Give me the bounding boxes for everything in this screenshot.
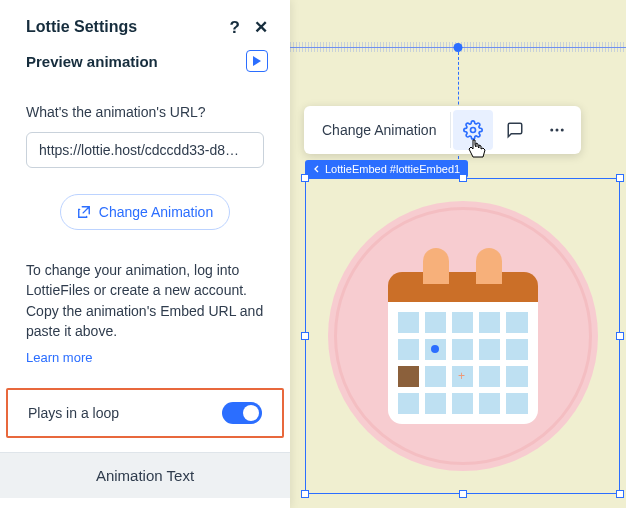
calendar-day-current [425, 339, 446, 360]
animation-text-section[interactable]: Animation Text [0, 452, 290, 498]
play-button[interactable] [246, 50, 268, 72]
element-tag-label: LottieEmbed #lottieEmbed1 [325, 163, 460, 175]
calendar-day [506, 339, 527, 360]
more-options-button[interactable] [537, 110, 577, 150]
url-section: What's the animation's URL? [0, 84, 290, 176]
calendar-day [506, 312, 527, 333]
calendar-day [425, 366, 446, 387]
resize-handle-bl[interactable] [301, 490, 309, 498]
plays-in-loop-toggle[interactable] [222, 402, 262, 424]
svg-point-0 [471, 128, 476, 133]
calendar-day [479, 312, 500, 333]
svg-point-3 [561, 129, 564, 132]
anchor-dot[interactable] [454, 43, 463, 52]
resize-handle-bm[interactable] [459, 490, 467, 498]
header-icons: ? ✕ [230, 19, 268, 36]
calendar-day [506, 393, 527, 414]
comment-icon [506, 121, 524, 139]
calendar-day-marked [398, 366, 419, 387]
change-animation-wrap: Change Animation [0, 176, 290, 238]
calendar-day [398, 312, 419, 333]
element-name-tag[interactable]: LottieEmbed #lottieEmbed1 [305, 160, 468, 178]
resize-handle-lm[interactable] [301, 332, 309, 340]
help-text-section: To change your animation, log into Lotti… [0, 238, 290, 368]
url-field-label: What's the animation's URL? [26, 104, 264, 120]
svg-point-1 [551, 129, 554, 132]
more-icon [548, 121, 566, 139]
resize-handle-br[interactable] [616, 490, 624, 498]
change-animation-button[interactable]: Change Animation [60, 194, 230, 230]
help-icon[interactable]: ? [230, 19, 240, 36]
calendar-day [425, 393, 446, 414]
plays-in-loop-row: Plays in a loop [6, 388, 284, 438]
calendar-day [479, 339, 500, 360]
plays-in-loop-label: Plays in a loop [28, 405, 119, 421]
calendar-day [452, 312, 473, 333]
calendar-day [452, 339, 473, 360]
lottie-settings-panel: Lottie Settings ? ✕ Preview animation Wh… [0, 0, 290, 508]
calendar-ring-right [476, 248, 502, 284]
preview-animation-row: Preview animation [0, 44, 290, 84]
calendar-day [425, 312, 446, 333]
panel-title: Lottie Settings [26, 18, 137, 36]
animation-preview: + [312, 185, 613, 487]
resize-handle-tl[interactable] [301, 174, 309, 182]
panel-header: Lottie Settings ? ✕ [0, 0, 290, 44]
external-link-icon [77, 205, 91, 219]
help-text: To change your animation, log into Lotti… [26, 262, 263, 339]
calendar-day [398, 393, 419, 414]
calendar-day [452, 393, 473, 414]
resize-handle-tm[interactable] [459, 174, 467, 182]
animation-background-circle: + [328, 201, 598, 471]
resize-handle-tr[interactable] [616, 174, 624, 182]
calendar-day [506, 366, 527, 387]
calendar-day [398, 339, 419, 360]
close-icon[interactable]: ✕ [254, 19, 268, 36]
editor-canvas[interactable]: Change Animation LottieEmbed #lottieEmbe… [290, 0, 626, 508]
calendar-day [479, 366, 500, 387]
cursor-icon [467, 138, 487, 165]
settings-button[interactable] [453, 110, 493, 150]
preview-animation-label: Preview animation [26, 53, 158, 70]
comment-button[interactable] [495, 110, 535, 150]
calendar-day [479, 393, 500, 414]
calendar-graphic: + [388, 248, 538, 425]
change-animation-label: Change Animation [99, 204, 213, 220]
toggle-knob [243, 405, 259, 421]
calendar-day: + [452, 366, 473, 387]
svg-point-2 [556, 129, 559, 132]
gear-icon [463, 120, 483, 140]
element-toolbar: Change Animation [304, 106, 581, 154]
play-icon [252, 56, 262, 66]
calendar-grid: + [388, 302, 538, 425]
chevron-left-icon [313, 165, 321, 173]
calendar-rings [388, 248, 538, 284]
resize-handle-rm[interactable] [616, 332, 624, 340]
learn-more-link[interactable]: Learn more [26, 349, 92, 368]
calendar-ring-left [423, 248, 449, 284]
animation-url-input[interactable] [26, 132, 264, 168]
selection-outline[interactable]: + [305, 178, 620, 494]
toolbar-change-animation-button[interactable]: Change Animation [308, 112, 451, 148]
